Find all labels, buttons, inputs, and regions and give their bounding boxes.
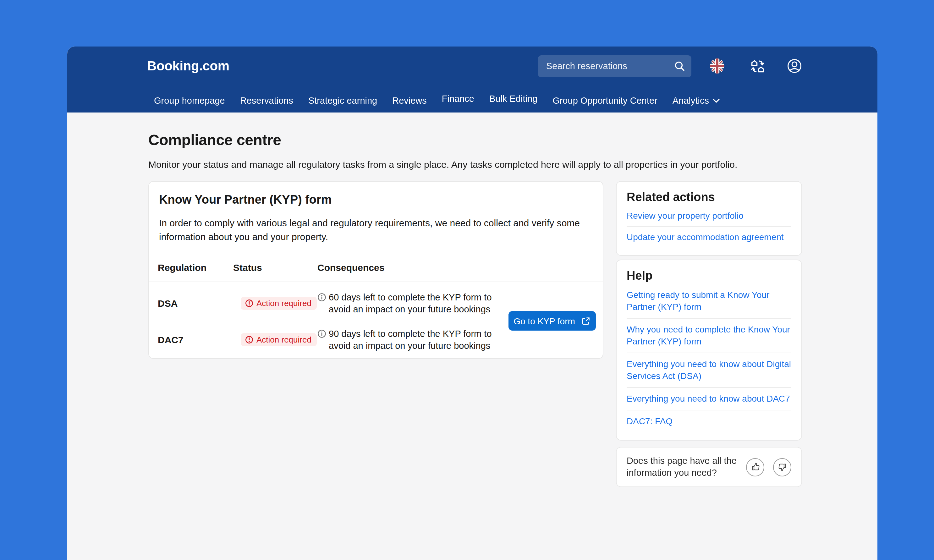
table-row-dsa-label: DSA bbox=[158, 298, 178, 309]
search-reservations-box[interactable] bbox=[538, 55, 691, 77]
consequence-dac7: 90 days left to complete the KYP form to… bbox=[329, 328, 510, 352]
link-getting-ready-kyp[interactable]: Getting ready to submit a Know Your Part… bbox=[627, 289, 791, 313]
status-badge-label: Action required bbox=[257, 335, 311, 345]
thumbs-down-icon bbox=[777, 462, 787, 472]
related-actions-title: Related actions bbox=[627, 189, 791, 206]
kyp-card-description: In order to comply with various legal an… bbox=[159, 216, 593, 244]
app-window: Booking.com bbox=[67, 46, 877, 560]
thumbs-up-icon bbox=[750, 462, 760, 472]
feedback-card: Does this page have all the information … bbox=[616, 447, 802, 487]
list-item: Everything you need to know about Digita… bbox=[627, 352, 791, 387]
nav-reservations[interactable]: Reservations bbox=[240, 95, 293, 106]
link-update-accommodation-agreement[interactable]: Update your accommodation agreement bbox=[627, 231, 791, 243]
nav-group-homepage[interactable]: Group homepage bbox=[154, 95, 225, 106]
status-badge-dsa: Action required bbox=[241, 297, 317, 310]
chevron-down-icon bbox=[713, 98, 720, 103]
uk-flag-icon bbox=[709, 58, 725, 74]
column-header-status: Status bbox=[233, 253, 262, 282]
thumbs-down-button[interactable] bbox=[773, 458, 791, 476]
alert-icon bbox=[245, 299, 253, 307]
content-area: Compliance centre Monitor your status an… bbox=[67, 131, 877, 487]
go-to-kyp-form-label: Go to KYP form bbox=[514, 316, 575, 326]
page-subtitle: Monitor your status and manage all regul… bbox=[148, 159, 802, 170]
link-dac7-faq[interactable]: DAC7: FAQ bbox=[627, 415, 791, 428]
feedback-question: Does this page have all the information … bbox=[627, 455, 739, 479]
list-item: DAC7: FAQ bbox=[627, 410, 791, 432]
link-why-complete-kyp[interactable]: Why you need to complete the Know Your P… bbox=[627, 324, 791, 348]
list-item: Why you need to complete the Know Your P… bbox=[627, 318, 791, 352]
header-top-row: Booking.com bbox=[147, 55, 802, 77]
account-button[interactable] bbox=[787, 58, 802, 74]
search-icon[interactable] bbox=[674, 60, 685, 72]
table-row-dac7-label: DAC7 bbox=[158, 334, 183, 345]
link-review-property-portfolio[interactable]: Review your property portfolio bbox=[627, 210, 791, 222]
go-to-kyp-form-button[interactable]: Go to KYP form bbox=[508, 311, 596, 331]
page: Booking.com bbox=[0, 0, 934, 560]
status-badge-label: Action required bbox=[257, 298, 311, 308]
consequence-dsa: 60 days left to complete the KYP form to… bbox=[329, 292, 510, 315]
nav-analytics-label: Analytics bbox=[672, 95, 709, 106]
list-item: Getting ready to submit a Know Your Part… bbox=[627, 284, 791, 318]
alert-icon bbox=[245, 335, 253, 344]
kyp-card-title: Know Your Partner (KYP) form bbox=[149, 182, 603, 207]
top-navbar: Booking.com bbox=[67, 46, 877, 112]
nav-bulk-editing[interactable]: Bulk Editing bbox=[489, 94, 537, 104]
thumbs-up-button[interactable] bbox=[746, 458, 764, 476]
switch-property-button[interactable] bbox=[751, 59, 765, 73]
help-card: Help Getting ready to submit a Know Your… bbox=[616, 260, 802, 441]
column-header-regulation: Regulation bbox=[158, 253, 206, 282]
main-nav: Group homepage Reservations Strategic ea… bbox=[154, 92, 720, 109]
kyp-table-header: Regulation Status Consequences bbox=[149, 253, 603, 282]
page-title: Compliance centre bbox=[148, 131, 802, 149]
list-item: Review your property portfolio bbox=[627, 206, 791, 226]
related-actions-card: Related actions Review your property por… bbox=[616, 181, 802, 256]
status-badge-dac7: Action required bbox=[241, 333, 317, 346]
nav-group-opportunity-center[interactable]: Group Opportunity Center bbox=[552, 95, 657, 106]
kyp-form-card: Know Your Partner (KYP) form In order to… bbox=[148, 181, 603, 359]
column-header-consequences: Consequences bbox=[317, 253, 384, 282]
info-icon[interactable] bbox=[317, 329, 326, 341]
nav-reviews[interactable]: Reviews bbox=[392, 95, 427, 106]
profile-icon bbox=[787, 58, 802, 74]
info-icon[interactable] bbox=[317, 293, 326, 304]
link-about-dac7[interactable]: Everything you need to know about DAC7 bbox=[627, 393, 791, 405]
kyp-table-body: DSA Action required bbox=[149, 282, 603, 359]
link-about-dsa[interactable]: Everything you need to know about Digita… bbox=[627, 358, 791, 382]
list-item: Everything you need to know about DAC7 bbox=[627, 387, 791, 410]
list-item: Update your accommodation agreement bbox=[627, 226, 791, 248]
nav-strategic-earning[interactable]: Strategic earning bbox=[308, 95, 377, 106]
sidebar: Related actions Review your property por… bbox=[616, 181, 802, 487]
search-input[interactable] bbox=[546, 61, 674, 71]
external-link-icon bbox=[581, 316, 591, 326]
help-title: Help bbox=[627, 268, 791, 284]
nav-finance[interactable]: Finance bbox=[442, 94, 474, 104]
nav-analytics[interactable]: Analytics bbox=[672, 95, 720, 106]
language-selector[interactable] bbox=[709, 58, 725, 74]
kyp-table: Regulation Status Consequences DSA bbox=[149, 253, 603, 358]
switch-property-icon bbox=[751, 59, 765, 73]
booking-logo[interactable]: Booking.com bbox=[147, 58, 229, 74]
